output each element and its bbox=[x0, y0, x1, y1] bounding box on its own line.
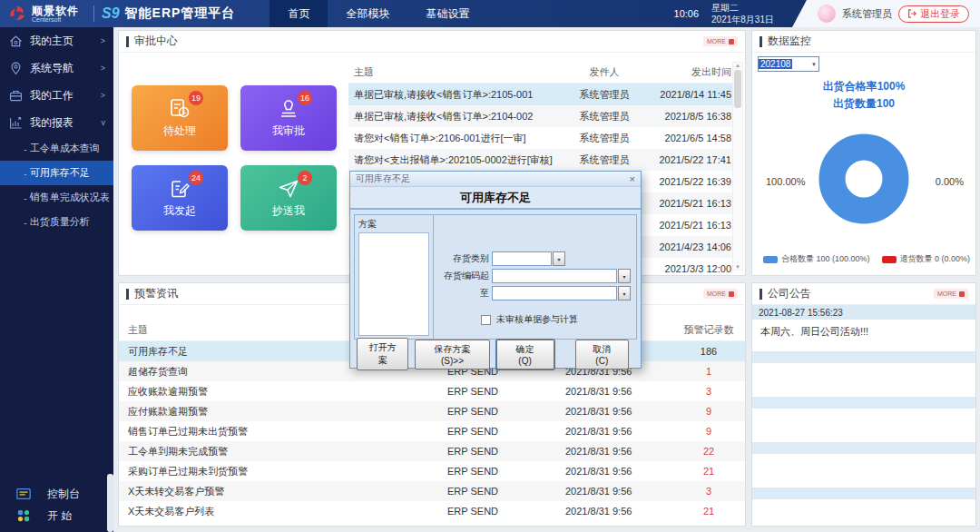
user-zone: 系统管理员 退出登录 bbox=[792, 0, 980, 27]
save-scheme-button[interactable]: 保存方案(S)>> bbox=[415, 340, 489, 369]
shipment-qty-text: 出货数量100 bbox=[752, 95, 975, 113]
s9-logo: S9 bbox=[102, 5, 120, 22]
sidebar-subitem-shipment-quality[interactable]: 出货质量分析 bbox=[0, 210, 113, 234]
console-button[interactable]: 控制台 bbox=[0, 483, 113, 505]
product-title: 智能ERP管理平台 bbox=[125, 5, 236, 22]
tile-my-approvals[interactable]: 我审批 16 bbox=[240, 85, 337, 151]
ok-button[interactable]: 确定(Q) bbox=[496, 340, 554, 369]
more-icon bbox=[959, 291, 965, 297]
approval-table-header: 主题 发件人 发出时间 bbox=[348, 62, 737, 84]
scroll-down-icon[interactable]: ▼ bbox=[735, 264, 740, 270]
code-to-input[interactable] bbox=[492, 286, 617, 300]
notice-more-button[interactable]: MORE bbox=[934, 289, 968, 299]
data-monitor-panel: 数据监控 202108 ▼ 出货合格率100% 出货数量100 100.00% … bbox=[751, 30, 976, 276]
alert-row[interactable]: 销售订单已过期未出货预警 ERP SEND 2021/8/31 9:56 9 bbox=[119, 421, 745, 441]
edit-document-icon bbox=[168, 177, 191, 201]
company-name-en: Centersoft bbox=[32, 16, 79, 23]
nav-home[interactable]: 首页 bbox=[270, 0, 328, 27]
code-to-label: 至 bbox=[434, 287, 492, 300]
scheme-label: 方案 bbox=[358, 218, 429, 231]
chart-icon bbox=[8, 115, 24, 131]
avatar[interactable] bbox=[818, 5, 836, 23]
logo-area: 顺景软件 Centersoft S9 智能ERP管理平台 bbox=[0, 4, 235, 24]
tile-initiated-by-me[interactable]: 我发起 24 bbox=[132, 165, 228, 231]
start-button[interactable]: 开 始 bbox=[0, 505, 113, 527]
more-icon bbox=[729, 291, 734, 297]
approval-panel-title: 审批中心 bbox=[134, 34, 178, 49]
alerts-panel-title: 预警资讯 bbox=[134, 286, 178, 301]
notice-empty-row bbox=[752, 442, 975, 454]
sidebar-subitem-workorder-cost[interactable]: 工令单成本查询 bbox=[0, 136, 113, 161]
sidebar: 我的主页 > 系统导航 > 我的工作 > 我的报表 v 工令单成本查询 可用库存… bbox=[0, 27, 113, 532]
location-icon bbox=[8, 61, 24, 76]
notice-datetime: 2021-08-27 15:56:23 bbox=[752, 305, 975, 320]
unaudited-checkbox[interactable] bbox=[481, 315, 491, 325]
scheme-listbox[interactable] bbox=[358, 232, 429, 336]
close-icon[interactable]: × bbox=[630, 174, 635, 184]
home-icon bbox=[8, 34, 24, 49]
lookup-icon[interactable]: ▾ bbox=[618, 286, 631, 300]
approval-row[interactable]: 单据已审核,请接收<销售订单>:2105-001 系统管理员 2021/8/14… bbox=[348, 84, 737, 105]
approval-row[interactable]: 请您对<销售订单>:2106-001进行[一审] 系统管理员 2021/6/5 … bbox=[348, 127, 737, 149]
donut-right-label: 0.00% bbox=[936, 176, 964, 187]
logout-button[interactable]: 退出登录 bbox=[898, 5, 969, 23]
period-select[interactable]: 202108 ▼ bbox=[758, 56, 819, 72]
notice-content[interactable]: 本周六、周日公司活动!!! bbox=[752, 320, 975, 345]
alert-row[interactable]: 应收账款逾期预警 ERP SEND 2021/8/31 9:56 3 bbox=[119, 381, 745, 401]
scroll-thumb[interactable] bbox=[734, 70, 741, 108]
logout-icon bbox=[907, 9, 916, 18]
chevron-right-icon: > bbox=[101, 91, 105, 100]
alert-row[interactable]: 工令单到期未完成预警 ERP SEND 2021/8/31 9:56 22 bbox=[119, 441, 745, 461]
approval-row[interactable]: 单据已审核,请接收<销售订单>:2104-002 系统管理员 2021/8/5 … bbox=[348, 105, 737, 127]
approval-table-scrollbar[interactable]: ▲ ▼ bbox=[732, 62, 743, 271]
approval-row[interactable]: 请您对<支出报销单>:202105-0002进行[审核] 系统管理员 2021/… bbox=[348, 149, 737, 171]
document-clock-icon bbox=[168, 97, 191, 121]
scroll-up-icon[interactable]: ▲ bbox=[735, 63, 740, 68]
alert-row[interactable]: X天未转交易客户预警 ERP SEND 2021/8/31 9:56 3 bbox=[119, 481, 745, 501]
notice-empty-row bbox=[752, 397, 975, 409]
chart-legend: 合格数量 100 (100.00%) 退货数量 0 (0.00%) bbox=[763, 253, 970, 265]
open-scheme-button[interactable]: 打开方案 bbox=[357, 338, 408, 370]
lookup-icon[interactable]: ▾ bbox=[553, 251, 565, 266]
stamp-icon bbox=[277, 97, 300, 121]
sidebar-scrollbar[interactable] bbox=[107, 474, 113, 532]
sidebar-subitem-available-stock[interactable]: 可用库存不足 bbox=[0, 161, 113, 185]
more-icon bbox=[729, 39, 734, 44]
start-icon bbox=[16, 509, 31, 522]
tile-badge: 24 bbox=[189, 171, 203, 185]
weekday: 星期二 bbox=[711, 2, 774, 14]
tile-badge: 2 bbox=[298, 171, 312, 185]
alert-row[interactable]: 采购订单已过期未到货预警 ERP SEND 2021/8/31 9:56 21 bbox=[119, 461, 745, 481]
approval-more-button[interactable]: MORE bbox=[703, 36, 738, 46]
lookup-icon[interactable]: ▾ bbox=[618, 269, 631, 283]
sidebar-subitem-sales-completion[interactable]: 销售单完成状况表 bbox=[0, 185, 113, 210]
nav-all-modules[interactable]: 全部模块 bbox=[328, 0, 407, 27]
nav-basic-settings[interactable]: 基础设置 bbox=[407, 0, 487, 27]
alerts-more-button[interactable]: MORE bbox=[703, 289, 738, 299]
code-from-label: 存货编码起 bbox=[434, 270, 492, 282]
monitor-panel-title: 数据监控 bbox=[768, 34, 811, 49]
category-label: 存货类别 bbox=[434, 252, 492, 265]
notice-empty-row bbox=[752, 351, 975, 363]
donut-left-label: 100.00% bbox=[766, 176, 805, 187]
sidebar-item-my-work[interactable]: 我的工作 > bbox=[0, 82, 113, 109]
sidebar-item-my-reports[interactable]: 我的报表 v bbox=[0, 109, 113, 136]
chevron-right-icon: > bbox=[101, 36, 105, 45]
chevron-down-icon: v bbox=[102, 118, 106, 127]
company-notice-panel: 公司公告 MORE 2021-08-27 15:56:23 本周六、周日公司活动… bbox=[751, 282, 976, 527]
available-stock-dialog: 可用库存不足 × 可用库存不足 方案 存货类别 ▾ 存货编码起 ▾ 至 ▾ bbox=[349, 171, 642, 369]
alert-row[interactable]: X天未交易客户列表 ERP SEND 2021/8/31 9:56 21 bbox=[119, 501, 745, 521]
tile-cc-to-me[interactable]: 抄送我 2 bbox=[240, 165, 337, 231]
category-input[interactable] bbox=[492, 251, 552, 266]
code-from-input[interactable] bbox=[492, 269, 617, 283]
sidebar-item-home[interactable]: 我的主页 > bbox=[0, 27, 113, 54]
sidebar-item-system-nav[interactable]: 系统导航 > bbox=[0, 54, 113, 82]
alert-row[interactable]: 应付账款逾期预警 ERP SEND 2021/8/31 9:56 9 bbox=[119, 401, 745, 421]
company-name: 顺景软件 bbox=[32, 5, 79, 16]
username: 系统管理员 bbox=[842, 7, 892, 21]
cancel-button[interactable]: 取消(C) bbox=[575, 340, 629, 369]
console-icon bbox=[16, 488, 31, 500]
unaudited-checkbox-label: 未审核单据参与计算 bbox=[496, 313, 578, 326]
clock: 10:06 bbox=[674, 8, 700, 19]
tile-pending[interactable]: 待处理 19 bbox=[132, 85, 228, 151]
